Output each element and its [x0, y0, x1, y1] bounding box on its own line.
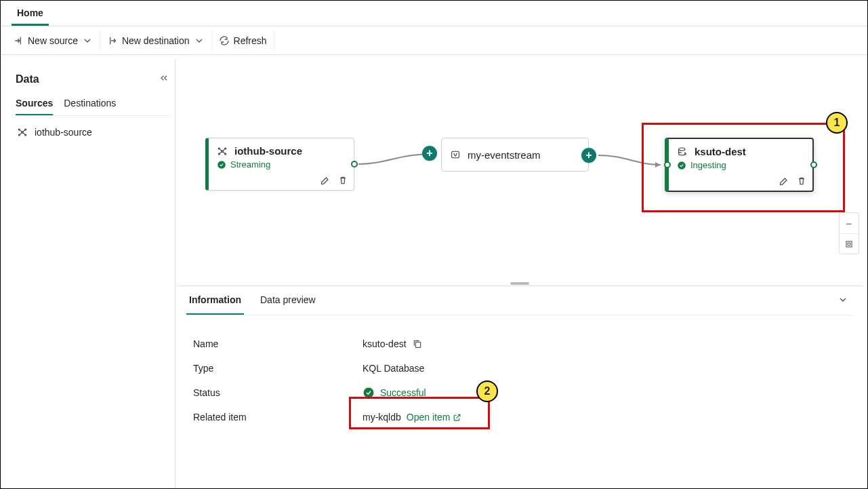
node-source-status: Streaming	[209, 159, 354, 174]
svg-rect-11	[452, 151, 459, 157]
callout-box-1	[642, 123, 845, 212]
label-related-item: Related item	[193, 412, 363, 423]
fit-view-button[interactable]	[840, 233, 859, 254]
zoom-controls: −	[839, 212, 859, 254]
refresh-icon	[219, 35, 230, 46]
callout-badge-2: 2	[476, 380, 498, 402]
node-source-title: iothub-source	[234, 145, 302, 157]
iot-icon	[17, 127, 28, 138]
page-tabs: Home	[1, 1, 867, 26]
tab-information[interactable]: Information	[186, 286, 244, 315]
node-eventstream-title: my-eventstream	[468, 149, 541, 161]
chevron-double-left-icon	[159, 73, 169, 83]
callout-box-2	[349, 397, 490, 429]
sidebar: Data Sources Destinations iothub-source	[5, 59, 175, 488]
eventstream-icon	[450, 149, 461, 160]
node-eventstream[interactable]: my-eventstream +	[441, 138, 589, 172]
sidebar-tab-sources[interactable]: Sources	[16, 98, 53, 115]
label-status: Status	[193, 387, 363, 398]
value-name: ksuto-dest	[363, 338, 407, 349]
refresh-label: Refresh	[234, 35, 267, 46]
new-source-label: New source	[28, 35, 78, 46]
collapse-details-button[interactable]	[833, 290, 852, 311]
svg-point-10	[218, 161, 226, 169]
canvas[interactable]: iothub-source Streaming +	[175, 59, 863, 281]
sidebar-item-iothub[interactable]: iothub-source	[16, 123, 172, 142]
sidebar-tab-destinations[interactable]: Destinations	[64, 98, 116, 115]
new-destination-button[interactable]: New destination	[100, 31, 212, 50]
details-pane: Information Data preview Name ksuto-dest…	[175, 286, 863, 488]
sidebar-title: Data	[16, 73, 39, 85]
chevron-down-icon	[194, 35, 205, 46]
iot-icon	[217, 146, 228, 157]
svg-rect-14	[846, 241, 852, 246]
tab-home[interactable]: Home	[12, 1, 49, 26]
zoom-out-button[interactable]: −	[840, 213, 859, 233]
edit-icon[interactable]	[320, 175, 331, 186]
output-port[interactable]	[351, 161, 358, 168]
collapse-sidebar-button[interactable]	[156, 70, 172, 88]
delete-icon[interactable]	[337, 175, 348, 186]
svg-rect-16	[415, 342, 420, 347]
new-destination-label: New destination	[122, 35, 190, 46]
sidebar-item-label: iothub-source	[35, 127, 92, 138]
copy-icon[interactable]	[412, 338, 423, 349]
refresh-button[interactable]: Refresh	[212, 31, 274, 50]
label-type: Type	[193, 363, 363, 374]
label-name: Name	[193, 338, 363, 349]
svg-rect-15	[848, 243, 850, 246]
tab-data-preview[interactable]: Data preview	[257, 286, 318, 315]
export-icon	[107, 35, 118, 46]
add-destination-button[interactable]: +	[581, 148, 596, 163]
check-circle-icon	[217, 160, 226, 170]
sidebar-tabs: Sources Destinations	[16, 98, 172, 116]
callout-badge-1: 1	[826, 112, 848, 134]
toolbar: New source New destination Refresh	[1, 26, 867, 55]
chevron-down-icon	[838, 294, 848, 305]
new-source-button[interactable]: New source	[6, 31, 100, 50]
value-type: KQL Database	[363, 363, 424, 374]
fit-icon	[844, 239, 854, 249]
chevron-down-icon	[82, 35, 93, 46]
import-icon	[13, 35, 24, 46]
add-node-button[interactable]: +	[422, 146, 437, 161]
status-text: Streaming	[230, 159, 270, 170]
node-source[interactable]: iothub-source Streaming	[205, 138, 354, 191]
